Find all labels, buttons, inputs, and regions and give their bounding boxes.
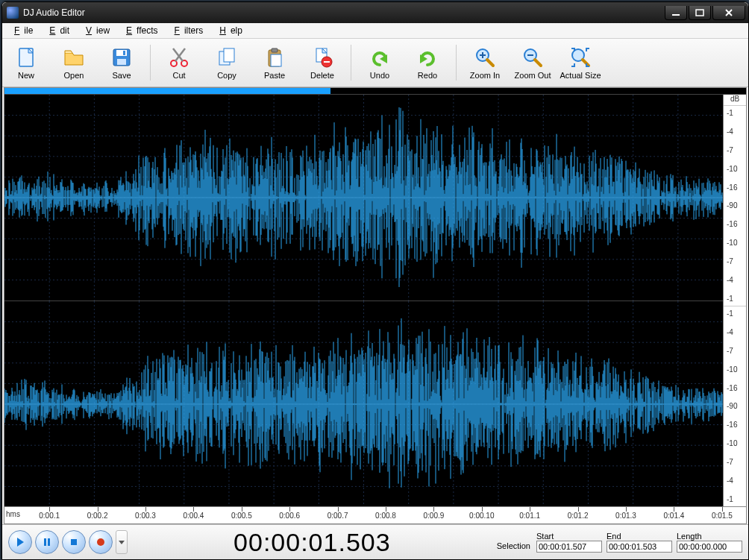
bottom-bar: 00:00:01.503 Selection Start End Length <box>2 524 748 559</box>
menu-edit[interactable]: Edit <box>40 25 74 37</box>
delete-button[interactable]: Delete <box>300 42 345 84</box>
selection-length-input[interactable] <box>677 541 742 553</box>
minimize-button[interactable] <box>665 6 687 20</box>
db-tick: -16 <box>725 220 745 228</box>
db-tick: -4 <box>725 476 745 485</box>
delete-label: Delete <box>310 71 334 80</box>
waveform-right-channel[interactable] <box>4 301 723 507</box>
selection-length-group: Length <box>677 532 742 553</box>
copy-label: Copy <box>217 71 236 80</box>
db-tick: -16 <box>725 183 745 192</box>
undo-button[interactable]: Undo <box>357 42 402 84</box>
svg-rect-0 <box>672 14 680 16</box>
app-window: DJ Audio Editor FileEditViewEffectsFilte… <box>1 1 749 560</box>
pause-button[interactable] <box>35 530 59 554</box>
new-label: New <box>18 71 34 80</box>
cut-icon <box>167 45 191 69</box>
db-tick: -16 <box>725 421 745 429</box>
ruler-tick-label: 0:00.3 <box>135 512 156 520</box>
selection-start-group: Start <box>536 532 602 553</box>
play-button[interactable] <box>8 530 32 554</box>
redo-icon <box>416 45 439 69</box>
record-button[interactable] <box>89 530 113 554</box>
db-unit-label: dB <box>724 95 746 106</box>
actual-button[interactable]: Actual Size <box>558 42 603 84</box>
db-tick: -1 <box>725 109 745 117</box>
selection-end-input[interactable] <box>607 541 672 553</box>
new-button[interactable]: New <box>4 42 48 84</box>
app-icon <box>7 7 19 19</box>
paste-button[interactable]: Paste <box>252 42 297 84</box>
waveform-column <box>4 95 723 506</box>
selection-end-group: End <box>607 532 672 553</box>
selection-end-label: End <box>607 532 621 541</box>
toolbar: NewOpenSaveCutCopyPasteDeleteUndoRedoZoo… <box>2 39 748 87</box>
db-tick: -7 <box>725 458 745 466</box>
svg-rect-18 <box>271 54 281 66</box>
actual-label: Actual Size <box>560 71 601 80</box>
menu-file[interactable]: File <box>5 25 37 37</box>
ruler-tick-label: 0:01.1 <box>519 512 540 520</box>
menu-help[interactable]: Help <box>210 25 247 37</box>
time-ruler[interactable]: hms 0:00.10:00.20:00.30:00.40:00.50:00.6… <box>4 506 746 523</box>
db-tick: -16 <box>725 384 745 392</box>
svg-rect-1 <box>696 10 703 16</box>
transport-dropdown[interactable] <box>116 530 128 554</box>
ruler-tick-label: 0:00.5 <box>231 512 252 520</box>
selection-start-input[interactable] <box>536 541 602 553</box>
selection-overview-bar[interactable] <box>4 88 746 95</box>
menu-view[interactable]: View <box>77 25 114 37</box>
db-tick: -10 <box>725 165 745 173</box>
db-tick: -1 <box>725 295 745 303</box>
waveform-left-channel[interactable] <box>4 95 723 301</box>
menu-filters[interactable]: Filters <box>166 25 208 37</box>
svg-rect-35 <box>44 538 46 546</box>
db-tick: -7 <box>725 347 745 355</box>
ruler-tick-label: 0:01.5 <box>712 512 733 520</box>
menubar: FileEditViewEffectsFiltersHelp <box>2 23 748 39</box>
ruler-tick-label: 0:00.6 <box>279 512 300 520</box>
save-button[interactable]: Save <box>99 42 144 84</box>
zoomout-button[interactable]: Zoom Out <box>510 42 555 84</box>
redo-label: Redo <box>418 71 437 80</box>
timecode-display: 00:00:01.503 <box>134 528 491 557</box>
db-tick: -4 <box>725 328 745 336</box>
paste-icon <box>263 45 286 69</box>
copy-button[interactable]: Copy <box>204 42 249 84</box>
svg-rect-22 <box>324 61 330 63</box>
toolbar-separator <box>456 45 457 81</box>
ruler-tick-label: 0:00.7 <box>328 512 348 520</box>
ruler-tick-label: 0:00.2 <box>87 512 108 520</box>
delete-icon <box>310 45 334 69</box>
new-icon <box>14 45 38 69</box>
selection-overview-range[interactable] <box>4 88 330 94</box>
db-tick: -10 <box>725 439 745 447</box>
ruler-tick-label: 0:00.8 <box>375 512 396 520</box>
actual-icon <box>568 45 592 69</box>
db-tick: -90 <box>725 201 745 210</box>
redo-button[interactable]: Redo <box>405 42 450 84</box>
maximize-button[interactable] <box>689 6 711 20</box>
selection-start-label: Start <box>536 532 554 541</box>
zoomin-button[interactable]: Zoom In <box>463 42 507 84</box>
svg-rect-15 <box>224 48 234 62</box>
work-area: dB -1-4-7-10-16-90-16-10-7-4-1 -1-4-7-10… <box>4 87 747 524</box>
zoomout-label: Zoom Out <box>515 71 551 80</box>
cut-button[interactable]: Cut <box>157 42 201 84</box>
menu-effects[interactable]: Effects <box>117 25 162 37</box>
titlebar[interactable]: DJ Audio Editor <box>2 2 748 23</box>
db-tick: -1 <box>725 309 745 318</box>
open-button[interactable]: Open <box>51 42 96 84</box>
window-buttons <box>665 6 745 20</box>
stop-button[interactable] <box>62 530 86 554</box>
db-scale-right: -1-4-7-10-16-90-16-10-7-4-1 <box>724 306 746 506</box>
db-tick: -10 <box>725 239 745 247</box>
toolbar-separator <box>351 45 351 81</box>
db-tick: -90 <box>725 402 745 410</box>
db-tick: -7 <box>725 146 745 154</box>
window-title: DJ Audio Editor <box>23 7 665 18</box>
svg-rect-9 <box>123 51 125 55</box>
svg-marker-34 <box>17 538 24 547</box>
ruler-tick-label: 0:00.10 <box>469 512 494 520</box>
close-button[interactable] <box>712 6 745 20</box>
